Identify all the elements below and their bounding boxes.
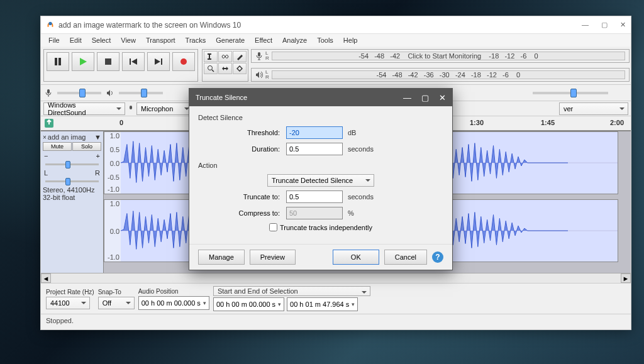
envelope-tool-icon[interactable] [218, 51, 232, 62]
scroll-right-icon[interactable]: ► [621, 273, 631, 283]
main-toolbars: LR -54 -48 -42 Click to Start Monitoring… [41, 47, 631, 85]
tools-toolbar [202, 49, 248, 82]
y-axis-labels: 1.0 0.5 0.0 -0.5 -1.0 [104, 132, 121, 194]
action-dropdown[interactable]: Truncate Detected Silence [267, 174, 374, 187]
compress-to-label: Compress to: [198, 209, 286, 217]
svg-point-0 [48, 21, 52, 25]
menu-transport[interactable]: Transport [141, 35, 180, 45]
menu-generate[interactable]: Generate [211, 35, 250, 45]
snap-to-dropdown[interactable]: Off [98, 297, 135, 309]
help-icon[interactable]: ? [432, 251, 443, 263]
speaker-icon [106, 89, 114, 97]
svg-rect-4 [130, 58, 131, 65]
svg-point-6 [180, 58, 187, 65]
truncate-to-input[interactable] [286, 190, 343, 203]
snap-to-label: Snap-To [98, 289, 135, 295]
audio-position-field[interactable]: 00 h 00 m 00.000 s▾ [138, 296, 209, 310]
titlebar[interactable]: add an image watermark to the screen on … [41, 16, 631, 34]
selection-end-field[interactable]: 00 h 01 m 47.964 s▾ [287, 297, 358, 311]
stop-button[interactable] [97, 52, 119, 71]
threshold-label: Threshold: [198, 129, 286, 136]
dialog-titlebar[interactable]: Truncate Silence — ▢ ✕ [189, 89, 452, 106]
menu-view[interactable]: View [116, 35, 141, 45]
microphone-icon [45, 89, 52, 97]
menubar: File Edit Select View Transport Tracks G… [41, 34, 631, 47]
duration-input[interactable] [286, 143, 343, 155]
dialog-minimize-button[interactable]: — [403, 93, 411, 102]
menu-effect[interactable]: Effect [250, 35, 277, 45]
track-format-info: Stereo, 44100Hz 32-bit float [43, 186, 101, 201]
detect-silence-label: Detect Silence [198, 114, 443, 121]
selection-mode-dropdown[interactable]: Start and End of Selection [213, 286, 370, 296]
menu-tools[interactable]: Tools [312, 35, 338, 45]
play-meter-scale[interactable]: -54 -48 -42 -36 -30 -24 -18 -12 -6 0 [272, 70, 625, 79]
play-button[interactable] [72, 52, 94, 71]
menu-file[interactable]: File [43, 35, 65, 45]
playback-meter[interactable]: LR -54 -48 -42 -36 -30 -24 -18 -12 -6 0 [251, 68, 630, 82]
svg-rect-2 [58, 58, 61, 65]
manage-button[interactable]: Manage [198, 250, 245, 265]
draw-tool-icon[interactable] [233, 51, 247, 62]
menu-tracks[interactable]: Tracks [180, 35, 211, 45]
skip-start-button[interactable] [122, 52, 145, 71]
preview-button[interactable]: Preview [250, 250, 296, 265]
pin-icon [45, 119, 53, 128]
svg-line-11 [212, 70, 214, 72]
dialog-close-button[interactable]: ✕ [439, 93, 446, 102]
playback-device-dropdown[interactable]: ver [559, 102, 628, 115]
menu-select[interactable]: Select [87, 35, 116, 45]
menu-analyze[interactable]: Analyze [277, 35, 312, 45]
gain-slider[interactable] [45, 163, 99, 165]
pause-button[interactable] [47, 52, 69, 71]
svg-rect-1 [55, 58, 57, 65]
multi-tool-icon[interactable] [233, 63, 247, 74]
menu-help[interactable]: Help [338, 35, 363, 45]
duration-unit: seconds [348, 145, 374, 153]
track-control-panel: × add an imag ▼ Mute Solo −+ LR Stereo, … [41, 131, 104, 273]
svg-rect-14 [130, 106, 132, 109]
solo-button[interactable]: Solo [72, 142, 101, 151]
truncate-independently-label: Truncate tracks independently [280, 224, 372, 231]
skip-end-button[interactable] [147, 52, 170, 71]
horizontal-scrollbar[interactable]: ◄ ► [41, 273, 631, 283]
compress-to-unit: % [348, 209, 354, 217]
playback-speed-slider[interactable] [533, 92, 608, 94]
recording-device-dropdown[interactable]: Microphon [136, 102, 193, 115]
mute-button[interactable]: Mute [43, 142, 72, 151]
svg-rect-8 [208, 53, 211, 55]
status-text: Stopped. [46, 317, 74, 324]
scroll-left-icon[interactable]: ◄ [41, 273, 51, 283]
ok-button[interactable]: OK [333, 250, 379, 265]
compress-to-input [286, 207, 343, 219]
playback-volume-slider[interactable] [119, 92, 163, 94]
threshold-input[interactable] [286, 126, 343, 139]
audio-host-dropdown[interactable]: Windows DirectSound [43, 102, 125, 115]
close-button[interactable]: ✕ [620, 21, 626, 29]
selection-start-field[interactable]: 00 h 00 m 00.000 s▾ [213, 297, 284, 311]
record-button[interactable] [172, 52, 195, 71]
recording-meter[interactable]: LR -54 -48 -42 Click to Start Monitoring… [251, 49, 630, 63]
timeline-pin[interactable] [41, 116, 91, 130]
dialog-title-text: Truncate Silence [196, 94, 403, 101]
dialog-maximize-button[interactable]: ▢ [421, 93, 429, 102]
truncate-to-label: Truncate to: [198, 193, 286, 201]
timeshift-tool-icon[interactable] [218, 63, 232, 74]
track-name[interactable]: add an imag [48, 133, 93, 141]
track-menu-dropdown[interactable]: ▼ [94, 133, 101, 141]
pan-slider[interactable] [45, 180, 99, 182]
svg-rect-13 [47, 89, 50, 94]
maximize-button[interactable]: ▢ [601, 21, 608, 29]
menu-edit[interactable]: Edit [65, 35, 87, 45]
selection-toolbar: Project Rate (Hz) 44100 Snap-To Off Audi… [41, 283, 631, 314]
cancel-button[interactable]: Cancel [384, 250, 427, 265]
project-rate-dropdown[interactable]: 44100 [46, 297, 90, 309]
transport-toolbar [43, 49, 198, 82]
rec-meter-scale[interactable]: -54 -48 -42 Click to Start Monitoring -1… [272, 52, 625, 60]
recording-volume-slider[interactable] [57, 92, 101, 94]
track-close-button[interactable]: × [43, 134, 47, 141]
speaker-icon [255, 71, 263, 79]
minimize-button[interactable]: — [582, 21, 589, 29]
truncate-independently-checkbox[interactable] [269, 223, 277, 231]
zoom-tool-icon[interactable] [204, 63, 218, 74]
selection-tool-icon[interactable] [204, 51, 218, 62]
